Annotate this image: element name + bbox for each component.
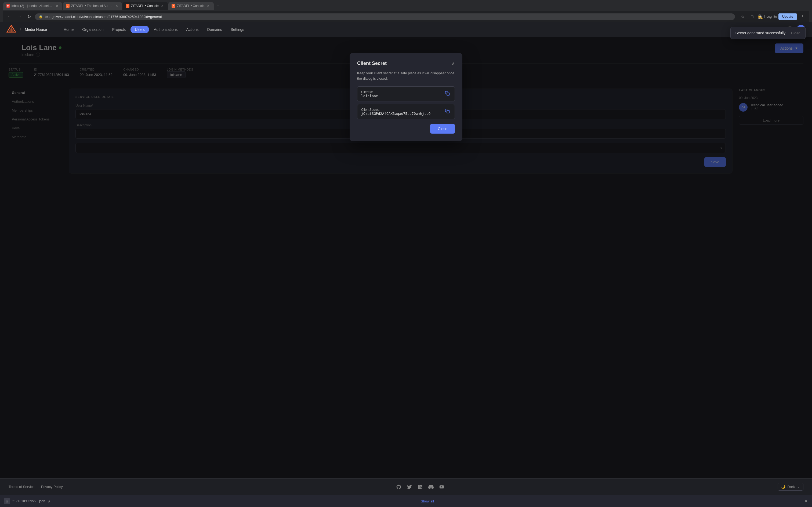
org-selector[interactable]: Media House ⌄ <box>25 27 51 32</box>
breadcrumb-separator: / <box>20 27 21 32</box>
update-button[interactable]: Update <box>778 13 797 20</box>
client-id-content: ClientId: loislane <box>361 90 378 98</box>
tab-title-2: ZITADEL • The best of Auth0 a... <box>71 4 113 8</box>
discord-icon[interactable] <box>428 484 434 490</box>
client-id-field: ClientId: loislane <box>357 87 455 101</box>
terms-link[interactable]: Terms of Service <box>9 485 35 489</box>
expand-icon[interactable]: ∧ <box>48 499 50 503</box>
tab-bar: M Inbox (2) - janedoe.zitadel@gm... ✕ Z … <box>3 2 809 10</box>
app-shell: / Media House ⌄ Home Organization Projec… <box>0 22 812 495</box>
copy-client-id-button[interactable] <box>444 90 451 98</box>
privacy-link[interactable]: Privacy Policy <box>41 485 63 489</box>
filename-label: 2171810902955....json <box>12 499 45 503</box>
app-logo <box>6 25 16 34</box>
client-secret-label: ClientSecret: <box>361 108 430 112</box>
tab-close-3[interactable]: ✕ <box>160 4 165 8</box>
toast-notification: Secret generated successfully! Close <box>730 27 806 39</box>
modal-overlay: Client Secret ∧ Keep your client secret … <box>0 37 812 478</box>
browser-tab-3[interactable]: Z ZITADEL • Console ✕ <box>122 2 168 10</box>
browser-tab-1[interactable]: M Inbox (2) - janedoe.zitadel@gm... ✕ <box>3 2 62 10</box>
top-nav: / Media House ⌄ Home Organization Projec… <box>0 22 812 37</box>
page-content: ← Lois Lane loislane i Actions ▼ <box>0 37 812 478</box>
github-icon[interactable] <box>396 484 402 490</box>
split-view-button[interactable]: ⊡ <box>748 13 756 20</box>
tab-title-3: ZITADEL • Console <box>131 4 159 8</box>
modal-title: Client Secret <box>357 61 387 66</box>
toast-close-button[interactable]: Close <box>791 31 801 35</box>
tab-title-4: ZITADEL • Console <box>177 4 205 8</box>
tab-favicon-4: Z <box>171 4 175 8</box>
theme-label: Dark <box>788 485 795 489</box>
youtube-icon[interactable] <box>439 484 445 490</box>
client-id-value: loislane <box>361 94 378 98</box>
incognito-indicator: 🕵 Incognito <box>758 14 777 19</box>
svg-rect-4 <box>447 111 450 113</box>
org-chevron-icon: ⌄ <box>49 27 51 32</box>
browser-tab-2[interactable]: Z ZITADEL • The best of Auth0 a... ✕ <box>63 2 122 10</box>
bookmark-button[interactable]: ☆ <box>739 13 747 20</box>
bottom-bar: { } 2171810902955....json ∧ Show all ✕ <box>0 495 812 507</box>
client-id-label: ClientId: <box>361 90 378 94</box>
browser-chrome: M Inbox (2) - janedoe.zitadel@gm... ✕ Z … <box>0 0 812 22</box>
client-secret-field: ClientSecret: jOzafSGPd2AfQAX3wqao75aq70… <box>357 104 455 119</box>
nav-link-projects[interactable]: Projects <box>108 25 130 34</box>
footer-links: Terms of Service Privacy Policy <box>9 485 63 489</box>
client-secret-value: jOzafSGPd2AfQAX3wqao75aq70wmhjtLO <box>361 112 430 116</box>
nav-links: Home Organization Projects Users Authori… <box>60 25 775 34</box>
tab-close-1[interactable]: ✕ <box>55 4 59 8</box>
tab-close-2[interactable]: ✕ <box>115 4 119 8</box>
theme-moon-icon: 🌙 <box>781 485 785 489</box>
copy-client-secret-button[interactable] <box>444 108 451 116</box>
modal-close-button[interactable]: Close <box>430 124 455 133</box>
browser-actions: ☆ ⊡ 🕵 Incognito Update ⋮ <box>739 13 806 20</box>
footer-socials <box>396 484 445 490</box>
nav-link-users[interactable]: Users <box>131 26 149 33</box>
tab-favicon-2: Z <box>66 4 69 8</box>
address-text: test-ghlwrr.zitadel.cloud/ui/console/use… <box>45 15 162 19</box>
reload-button[interactable]: ↻ <box>25 13 33 20</box>
modal-description: Keep your client secret at a safe place … <box>357 70 455 81</box>
linkedin-icon[interactable] <box>417 484 423 490</box>
lock-icon: 🔒 <box>39 15 43 18</box>
tab-favicon-1: M <box>6 4 10 8</box>
bottom-file-info: { } 2171810902955....json ∧ <box>4 498 50 504</box>
toast-message: Secret generated successfully! <box>735 31 787 35</box>
svg-rect-3 <box>447 93 450 96</box>
bottom-bar-close-button[interactable]: ✕ <box>804 499 808 504</box>
forward-button[interactable]: → <box>15 13 23 20</box>
theme-toggle[interactable]: 🌙 Dark ⌄ <box>778 483 803 491</box>
org-name: Media House <box>25 27 47 32</box>
back-button[interactable]: ← <box>6 13 13 20</box>
nav-link-home[interactable]: Home <box>60 25 77 34</box>
browser-tab-4[interactable]: Z ZITADEL • Console ✕ <box>168 2 214 10</box>
nav-link-organization[interactable]: Organization <box>79 25 107 34</box>
nav-link-authorizations[interactable]: Authorizations <box>150 25 182 34</box>
address-bar[interactable]: 🔒 test-ghlwrr.zitadel.cloud/ui/console/u… <box>35 13 735 20</box>
tab-close-4[interactable]: ✕ <box>206 4 210 8</box>
footer: Terms of Service Privacy Policy <box>0 478 812 495</box>
json-file-icon: { } <box>4 498 10 504</box>
modal-header: Client Secret ∧ <box>357 61 455 66</box>
client-secret-modal: Client Secret ∧ Keep your client secret … <box>350 53 462 141</box>
nav-link-domains[interactable]: Domains <box>203 25 225 34</box>
nav-link-settings[interactable]: Settings <box>227 25 248 34</box>
chrome-menu-button[interactable]: ⋮ <box>799 13 806 20</box>
theme-chevron-icon: ⌄ <box>797 485 800 489</box>
address-bar-row: ← → ↻ 🔒 test-ghlwrr.zitadel.cloud/ui/con… <box>3 11 809 22</box>
show-all-button[interactable]: Show all <box>421 499 434 503</box>
new-tab-button[interactable]: + <box>214 2 222 10</box>
brand-area: / Media House ⌄ <box>6 25 51 34</box>
nav-link-actions[interactable]: Actions <box>183 25 202 34</box>
tab-title-1: Inbox (2) - janedoe.zitadel@gm... <box>11 4 53 8</box>
tab-favicon-3: Z <box>126 4 130 8</box>
modal-collapse-icon[interactable]: ∧ <box>452 61 455 66</box>
twitter-icon[interactable] <box>406 484 413 490</box>
client-secret-content: ClientSecret: jOzafSGPd2AfQAX3wqao75aq70… <box>361 108 430 116</box>
